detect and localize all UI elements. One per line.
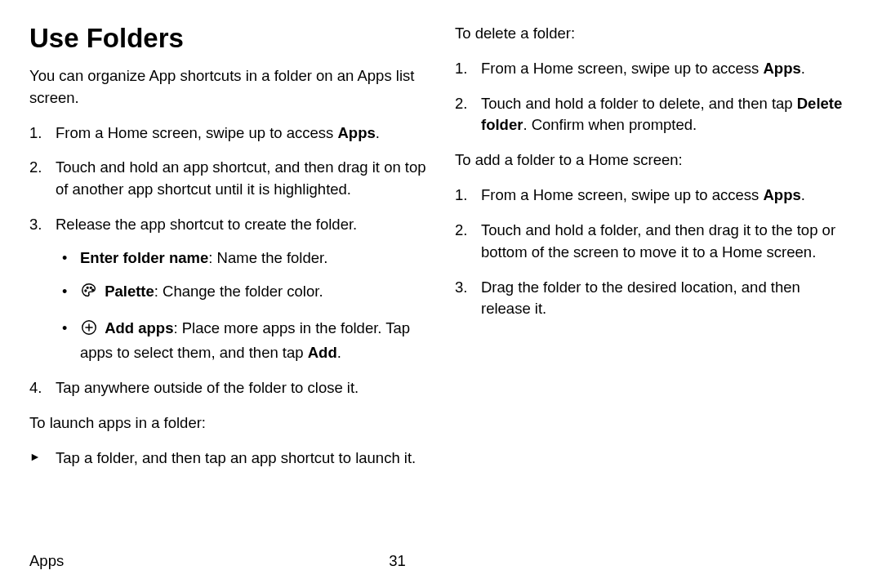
svg-point-0 <box>85 290 87 292</box>
footer-section: Apps <box>29 552 64 570</box>
bullet-enter-name: Enter folder name: Name the folder. <box>56 247 427 270</box>
delete-step-1: From a Home screen, swipe up to access A… <box>455 58 853 80</box>
add-apps-rest2: . <box>337 344 341 361</box>
addhome-heading: To add a folder to a Home screen: <box>455 149 853 172</box>
footer-page-number: 31 <box>389 552 406 570</box>
plus-circle-icon <box>80 318 98 343</box>
delete-step-2: Touch and hold a folder to delete, and t… <box>455 93 853 137</box>
delete-step-2-before: Touch and hold a folder to delete, and t… <box>481 95 797 112</box>
palette-icon <box>80 282 98 306</box>
svg-point-3 <box>92 289 94 291</box>
delete-step-1-before: From a Home screen, swipe up to access <box>481 60 763 77</box>
addhome-apps-bold: Apps <box>763 186 800 203</box>
delete-folder-steps: From a Home screen, swipe up to access A… <box>455 58 853 136</box>
page-title: Use Folders <box>29 23 427 54</box>
step-3-text: Release the app shortcut to create the f… <box>56 216 357 233</box>
svg-point-1 <box>87 287 88 288</box>
addhome-step-1-after: . <box>801 186 805 203</box>
delete-heading: To delete a folder: <box>455 23 853 45</box>
bullet-palette: Palette: Change the folder color. <box>56 281 427 306</box>
step-1-after: . <box>376 124 380 141</box>
bullet-add-apps: Add apps: Place more apps in the folder.… <box>56 318 427 365</box>
addhome-step-2: Touch and hold a folder, and then drag i… <box>455 220 853 264</box>
addhome-step-1-before: From a Home screen, swipe up to access <box>481 186 763 203</box>
launch-step: Tap a folder, and then tap an app shortc… <box>29 448 427 470</box>
addhome-steps: From a Home screen, swipe up to access A… <box>455 185 853 320</box>
launch-heading: To launch apps in a folder: <box>29 412 427 434</box>
palette-rest: : Change the folder color. <box>154 283 323 300</box>
right-column: To delete a folder: From a Home screen, … <box>455 23 853 483</box>
add-bold: Add <box>308 344 337 361</box>
step-3-bullets: Enter folder name: Name the folder. <box>56 247 427 364</box>
enter-folder-name-bold: Enter folder name <box>80 249 208 266</box>
delete-step-2-after: . Confirm when prompted. <box>523 116 697 133</box>
add-apps-bold: Add apps <box>105 319 173 336</box>
palette-bold: Palette <box>105 283 154 300</box>
intro-paragraph: You can organize App shortcuts in a fold… <box>29 65 427 109</box>
svg-point-2 <box>90 287 91 288</box>
delete-step-1-after: . <box>801 60 805 77</box>
step-1-text: From a Home screen, swipe up to access <box>56 124 337 141</box>
delete-apps-bold: Apps <box>763 60 800 77</box>
create-folder-steps: From a Home screen, swipe up to access A… <box>29 122 427 399</box>
addhome-step-3: Drag the folder to the desired location,… <box>455 277 853 321</box>
step-1: From a Home screen, swipe up to access A… <box>29 122 427 145</box>
page-footer: Apps 31 <box>29 552 853 570</box>
addhome-step-1: From a Home screen, swipe up to access A… <box>455 185 853 207</box>
step-2: Touch and hold an app shortcut, and then… <box>29 157 427 201</box>
enter-folder-name-rest: : Name the folder. <box>208 249 327 266</box>
step-4: Tap anywhere outside of the folder to cl… <box>29 377 427 399</box>
step-3: Release the app shortcut to create the f… <box>29 214 427 364</box>
left-column: Use Folders You can organize App shortcu… <box>29 23 427 483</box>
apps-bold: Apps <box>337 124 375 141</box>
content-columns: Use Folders You can organize App shortcu… <box>29 23 853 483</box>
